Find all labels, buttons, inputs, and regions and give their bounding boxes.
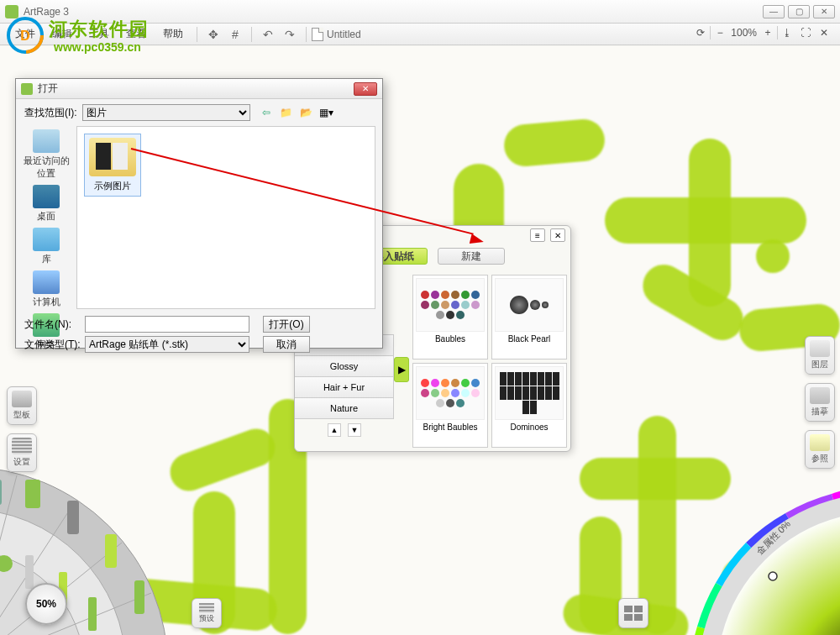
zoom-level: 100%: [731, 27, 757, 39]
svg-rect-10: [105, 534, 117, 568]
settings-panel-button[interactable]: 设置: [7, 433, 37, 472]
zoom-controls: ⟳ − 100% + ⭳ ⛶ ✕: [691, 25, 833, 40]
dialog-close-button[interactable]: ✕: [354, 82, 377, 96]
right-panels: 图层 描摹 参照: [805, 336, 835, 469]
divider: [251, 27, 252, 42]
app-title: ArtRage 3: [24, 6, 69, 18]
move-tool-icon[interactable]: ✥: [205, 26, 222, 43]
minimize-button[interactable]: —: [763, 5, 785, 18]
open-file-dialog: 打开 ✕ 查找范围(I): 图片 ⇦ 📁 📂 ▦▾ 最近访问的位置 桌面 库 计…: [15, 78, 383, 349]
place-computer[interactable]: 计算机: [19, 270, 73, 308]
menu-file[interactable]: 文件: [7, 24, 44, 45]
views-icon[interactable]: ▦▾: [319, 105, 334, 120]
document-icon: [312, 28, 323, 41]
filename-input[interactable]: [85, 316, 249, 333]
new-sticker-tab[interactable]: 新建: [438, 248, 505, 265]
undo-icon[interactable]: ↶: [260, 26, 276, 43]
dialog-titlebar: 打开 ✕: [16, 79, 382, 99]
menu-tools[interactable]: 工具: [81, 24, 118, 45]
places-sidebar: 最近访问的位置 桌面 库 计算机 网络: [16, 126, 76, 309]
place-libraries[interactable]: 库: [19, 228, 73, 265]
rotate-icon[interactable]: ⟳: [693, 25, 708, 40]
panel-close-icon[interactable]: ✕: [550, 228, 565, 242]
menu-edit[interactable]: 编辑: [44, 24, 81, 45]
left-panels: 型板 设置: [7, 386, 37, 472]
filetype-select[interactable]: ArtRage 贴纸单 (*.stk): [85, 336, 249, 353]
look-in-label: 查找范围(I):: [24, 106, 77, 120]
download-icon[interactable]: ⭳: [780, 25, 795, 40]
sticker-card-black-pearl[interactable]: Black Pearl: [491, 275, 567, 359]
trace-panel-button[interactable]: 描摹: [805, 383, 835, 422]
sticker-card-dominoes[interactable]: Dominoes: [491, 363, 567, 448]
menu-help[interactable]: 帮助: [155, 24, 192, 45]
window-titlebar: ArtRage 3 — ▢ ✕: [0, 0, 840, 24]
menu-view[interactable]: 查看: [118, 24, 155, 45]
chevron-down-icon[interactable]: ▼: [348, 423, 361, 437]
place-desktop[interactable]: 桌面: [19, 185, 73, 223]
close-button[interactable]: ✕: [813, 5, 835, 18]
svg-rect-9: [67, 501, 79, 534]
close-panel-icon[interactable]: ✕: [816, 25, 832, 40]
zoom-out-icon[interactable]: −: [712, 25, 727, 40]
filename-label: 文件名(N):: [24, 318, 85, 332]
svg-rect-13: [25, 555, 34, 589]
color-picker-wheel[interactable]: 金属性 0%: [664, 459, 840, 635]
zoom-in-icon[interactable]: +: [760, 25, 775, 40]
stencil-panel-button[interactable]: 型板: [7, 386, 37, 425]
svg-point-17: [769, 572, 777, 580]
sticker-grid: Baubles Black Pearl Bright Baubles: [409, 271, 570, 451]
maximize-button[interactable]: ▢: [788, 5, 810, 18]
grid-tool-icon[interactable]: #: [227, 26, 244, 43]
look-in-select[interactable]: 图片: [82, 104, 250, 121]
file-list[interactable]: 示例图片: [76, 126, 375, 309]
category-nature[interactable]: Nature: [295, 397, 394, 419]
up-icon[interactable]: 📁: [279, 105, 294, 120]
svg-rect-8: [25, 480, 40, 508]
layers-panel-button[interactable]: 图层: [805, 336, 835, 375]
divider: [306, 27, 307, 42]
app-icon: [5, 5, 18, 18]
open-button[interactable]: 打开(O): [263, 316, 310, 333]
new-folder-icon[interactable]: 📂: [299, 105, 314, 120]
document-title: Untitled: [327, 29, 361, 40]
brush-size-pod[interactable]: 50%: [25, 583, 67, 625]
redo-icon[interactable]: ↷: [281, 26, 298, 43]
sticker-card-baubles[interactable]: Baubles: [412, 275, 488, 359]
sticker-card-bright-baubles[interactable]: Bright Baubles: [412, 363, 488, 448]
dialog-title: 打开: [38, 81, 58, 96]
folder-sample-pictures[interactable]: 示例图片: [84, 134, 141, 197]
svg-rect-15: [88, 597, 97, 631]
fullscreen-icon[interactable]: ⛶: [798, 25, 813, 40]
chevron-up-icon[interactable]: ▲: [328, 423, 341, 437]
svg-rect-7: [0, 480, 2, 505]
cancel-button[interactable]: 取消: [263, 336, 310, 353]
refs-panel-button[interactable]: 参照: [805, 430, 835, 469]
dialog-icon: [21, 83, 33, 95]
divider: [197, 27, 197, 42]
filetype-label: 文件类型(T):: [24, 338, 85, 352]
category-hair-fur[interactable]: Hair + Fur: [295, 376, 394, 398]
back-icon[interactable]: ⇦: [259, 105, 274, 120]
place-recent[interactable]: 最近访问的位置: [19, 129, 73, 180]
expand-right-icon[interactable]: ▶: [394, 357, 409, 382]
panel-menu-icon[interactable]: ≡: [530, 228, 545, 242]
svg-rect-11: [134, 580, 144, 614]
samples-button[interactable]: [618, 598, 648, 628]
